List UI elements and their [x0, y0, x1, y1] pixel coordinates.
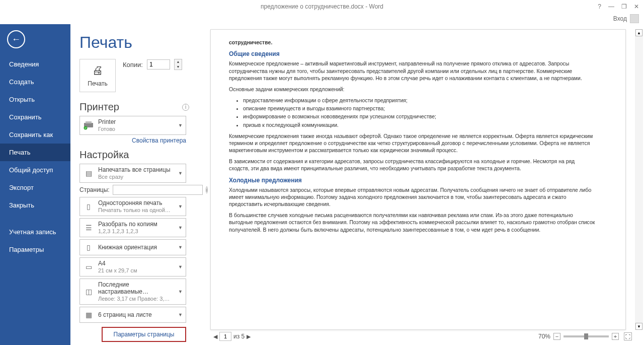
next-page-icon[interactable]: ▶	[247, 333, 251, 340]
sidebar-item-close[interactable]: Закрыть	[0, 196, 70, 214]
sidebar-item-options[interactable]: Параметры	[0, 241, 70, 258]
minimize-icon[interactable]: —	[608, 3, 614, 10]
margins-dropdown[interactable]: ◫ Последние настраиваемые… Левое: 3,17 с…	[79, 279, 186, 305]
pages-label: Страницы:	[79, 186, 110, 193]
login-row: Вход	[0, 13, 644, 24]
page-setup-link[interactable]: Параметры страницы	[102, 327, 186, 342]
printer-ready-icon	[83, 120, 94, 131]
copies-label: Копии:	[123, 61, 143, 68]
chevron-down-icon: ▼	[176, 312, 183, 317]
sidebar-item-saveas[interactable]: Сохранить как	[0, 126, 70, 144]
paper-icon: ▭	[83, 261, 94, 272]
pages-icon: ▤	[83, 168, 94, 179]
page-navigator: ◀ из 5 ▶	[213, 332, 251, 341]
orientation-dropdown[interactable]: ▯ Книжная ориентация ▼	[79, 239, 186, 255]
sidebar-item-new[interactable]: Создать	[0, 73, 70, 91]
zoom-out-button[interactable]: −	[553, 333, 560, 340]
scroll-up-icon[interactable]: ▲	[635, 29, 642, 36]
slider-thumb[interactable]	[584, 333, 588, 339]
chevron-down-icon: ▼	[176, 289, 183, 294]
svg-rect-1	[86, 121, 92, 123]
collate-icon: ☰	[83, 222, 94, 233]
close-icon[interactable]: ✕	[634, 3, 639, 10]
paper-size-dropdown[interactable]: ▭ A4 21 см x 29,7 см ▼	[79, 257, 186, 277]
zoom-controls: 70% − + ⛶	[538, 332, 632, 340]
copies-stepper[interactable]: ▲ ▼	[174, 59, 182, 70]
pages-input[interactable]	[113, 185, 203, 195]
printer-icon: 🖨	[92, 64, 103, 77]
sidebar-item-account[interactable]: Учетная запись	[0, 223, 70, 241]
print-button[interactable]: 🖨 Печать	[79, 59, 116, 92]
window-controls: ? — ❐ ✕	[598, 3, 644, 10]
preview-heading-1: Общие сведения	[229, 50, 595, 58]
arrow-left-icon: ←	[12, 34, 21, 45]
title-bar: предложение о сотрудничестве.docx - Word…	[0, 0, 644, 13]
zoom-in-button[interactable]: +	[612, 333, 619, 340]
document-preview: сотрудничестве. Общие сведения Коммерчес…	[210, 29, 626, 330]
sign-in-link[interactable]: Вход	[613, 15, 627, 22]
chevron-down-icon[interactable]: ▼	[175, 64, 182, 70]
pages-per-sheet-dropdown[interactable]: ▦ 6 страниц на листе ▼	[79, 307, 186, 323]
portrait-icon: ▯	[83, 242, 94, 253]
sidebar-item-open[interactable]: Открыть	[0, 91, 70, 108]
margins-icon: ◫	[83, 286, 94, 297]
chevron-up-icon[interactable]: ▲	[175, 59, 182, 64]
document-title: предложение о сотрудничестве.docx - Word	[261, 3, 383, 10]
chevron-down-icon: ▼	[176, 123, 183, 128]
printer-name: Printer	[98, 118, 176, 125]
printer-heading: Принтер	[79, 101, 119, 113]
page-side-icon: ▯	[83, 201, 94, 212]
chevron-down-icon: ▼	[176, 171, 183, 176]
print-preview-area: сотрудничестве. Общие сведения Коммерчес…	[201, 24, 644, 345]
avatar-icon[interactable]	[630, 14, 639, 23]
grid-icon: ▦	[83, 309, 94, 320]
printer-dropdown[interactable]: Printer Готово ▼	[79, 116, 186, 135]
sidebar-item-share[interactable]: Общий доступ	[0, 161, 70, 179]
preview-footer: ◀ из 5 ▶ 70% − + ⛶	[210, 330, 635, 343]
page-count-label: из 5	[233, 333, 245, 340]
zoom-slider[interactable]	[564, 335, 609, 337]
info-icon[interactable]: i	[182, 104, 189, 111]
chevron-down-icon: ▼	[176, 245, 183, 250]
chevron-down-icon: ▼	[176, 264, 183, 269]
print-settings-panel: Печать 🖨 Печать Копии: ▲ ▼ Принтер i	[70, 24, 201, 345]
preview-scrollbar[interactable]: ▲ ▼	[635, 29, 643, 330]
sidebar-item-print[interactable]: Печать	[0, 144, 70, 161]
sidebar-item-export[interactable]: Экспорт	[0, 179, 70, 196]
sidebar-item-save[interactable]: Сохранить	[0, 108, 70, 126]
backstage-sidebar: ← Сведения Создать Открыть Сохранить Сох…	[0, 24, 70, 345]
printer-status: Готово	[98, 125, 176, 132]
prev-page-icon[interactable]: ◀	[213, 333, 217, 340]
copies-input[interactable]	[147, 59, 170, 70]
settings-heading: Настройка	[79, 149, 129, 161]
zoom-label: 70%	[538, 333, 550, 340]
preview-heading-2: Холодные предложения	[229, 176, 595, 184]
help-icon[interactable]: ?	[598, 3, 601, 10]
sidebar-item-info[interactable]: Сведения	[0, 55, 70, 73]
fit-to-window-button[interactable]: ⛶	[624, 332, 632, 340]
page-title: Печать	[79, 33, 201, 52]
print-range-dropdown[interactable]: ▤ Напечатать все страницы Все сразу ▼	[79, 164, 186, 183]
preview-bullet-list: предоставление информации о сфере деятел…	[243, 97, 595, 128]
collate-dropdown[interactable]: ☰ Разобрать по копиям 1,2,3 1,2,3 1,2,3 …	[79, 218, 186, 237]
back-button[interactable]: ←	[7, 30, 25, 48]
sides-dropdown[interactable]: ▯ Односторонняя печать Печатать только н…	[79, 197, 186, 216]
chevron-down-icon: ▼	[176, 204, 183, 209]
restore-icon[interactable]: ❐	[621, 3, 627, 10]
chevron-down-icon: ▼	[176, 225, 183, 230]
current-page-input[interactable]	[219, 332, 231, 341]
printer-properties-link[interactable]: Свойства принтера	[79, 137, 186, 144]
scroll-down-icon[interactable]: ▼	[635, 323, 642, 330]
